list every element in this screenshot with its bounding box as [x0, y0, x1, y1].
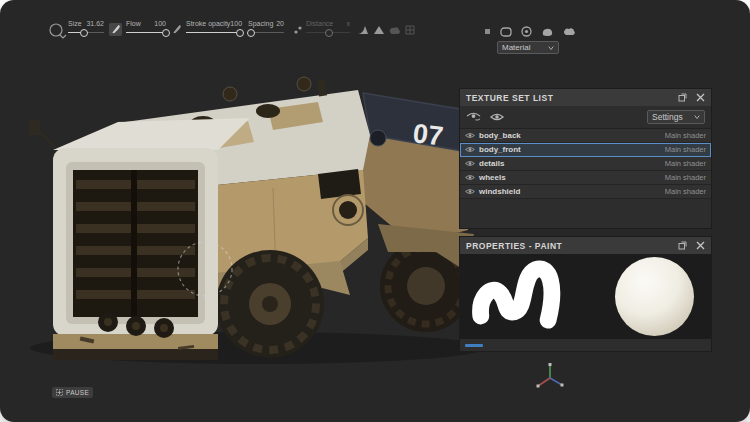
sphere-view-button[interactable]	[521, 26, 532, 37]
texture-set-settings-dropdown[interactable]: Settings	[647, 110, 705, 124]
exhaust-stack	[317, 80, 327, 97]
grid-button[interactable]	[403, 24, 417, 36]
x-axis	[538, 378, 550, 386]
texture-set-row-windshield[interactable]: windshield Main shader	[460, 185, 711, 199]
falloff-button[interactable]	[356, 24, 370, 36]
pen-pressure-icon	[112, 25, 120, 33]
eye-icon[interactable]	[469, 148, 472, 151]
texture-set-shader[interactable]: Main shader	[665, 159, 706, 168]
cloud-icon	[390, 27, 400, 34]
side-window	[318, 169, 361, 199]
chevron-down-icon	[549, 46, 554, 49]
flow-slider[interactable]: Flow100	[126, 20, 166, 38]
blob-icon	[543, 28, 552, 35]
size-pressure-button[interactable]	[109, 23, 122, 36]
material-mode-dropdown[interactable]: Material	[497, 41, 559, 54]
texture-set-name: details	[479, 159, 504, 168]
brush-stroke-preview[interactable]	[466, 255, 586, 337]
size-value: 31.62	[86, 20, 104, 28]
close-icon	[697, 242, 704, 249]
texture-set-row-body_back[interactable]: body_back Main shader	[460, 129, 711, 143]
pen-pressure-icon	[173, 25, 181, 33]
size-slider[interactable]: Size31.62	[68, 20, 104, 38]
distance-knob	[325, 29, 333, 37]
horizontal-scrollbar[interactable]	[465, 344, 483, 347]
undock-icon	[682, 94, 687, 99]
material-sphere-preview[interactable]	[615, 257, 694, 336]
grid-icon	[406, 26, 414, 34]
cloud-icon	[564, 28, 575, 35]
flow-label: Flow	[126, 20, 141, 28]
texture-set-name: windshield	[479, 187, 520, 196]
distance-value: x	[347, 20, 351, 28]
side-mirror	[29, 120, 40, 135]
pause-engine-icon	[58, 391, 62, 395]
texture-set-name: wheels	[479, 173, 506, 182]
roof-hatch	[256, 104, 280, 118]
texture-set-list-toolbar: Settings	[460, 106, 711, 128]
texture-set-shader[interactable]: Main shader	[665, 145, 706, 154]
material-mode-value: Material	[502, 43, 530, 52]
flow-pressure-button[interactable]	[170, 23, 183, 36]
size-knob[interactable]	[80, 29, 88, 37]
texture-set-shader[interactable]: Main shader	[665, 131, 706, 140]
stencil-button[interactable]	[388, 24, 402, 36]
viewport-3d-model[interactable]: 07	[18, 38, 523, 383]
eye-icon[interactable]	[469, 190, 472, 193]
brush-shape-selector[interactable]	[48, 22, 68, 40]
environment-button[interactable]	[563, 27, 576, 36]
texture-set-row-wheels[interactable]: wheels Main shader	[460, 171, 711, 185]
stroke-opacity-knob[interactable]	[236, 29, 244, 37]
brush-stroke-path	[481, 269, 552, 320]
close-button[interactable]	[696, 93, 705, 102]
paint-blob-button[interactable]	[541, 27, 554, 37]
viewport-mode-icons	[484, 26, 576, 37]
front-bumper	[53, 334, 218, 351]
brush-shape-icon	[50, 24, 62, 36]
size-track[interactable]	[68, 32, 104, 33]
spacing-slider[interactable]: Spacing20	[248, 20, 284, 38]
texture-set-row-body_front[interactable]: body_front Main shader	[460, 143, 711, 157]
texture-set-list-panel: TEXTURE SET LIST Settings body_back Main…	[459, 88, 712, 229]
visibility-all-button[interactable]	[466, 112, 481, 122]
texture-set-row-details[interactable]: details Main shader	[460, 157, 711, 171]
hood-light	[370, 130, 386, 146]
properties-title: PROPERTIES - PAINT	[466, 241, 678, 251]
stroke-opacity-slider[interactable]: Stroke opacity100	[186, 20, 242, 38]
height-button[interactable]	[372, 24, 386, 36]
undock-button[interactable]	[678, 241, 687, 250]
size-label: Size	[68, 20, 82, 28]
target-icon	[525, 30, 528, 33]
texture-set-shader[interactable]: Main shader	[665, 173, 706, 182]
spacing-knob[interactable]	[247, 29, 255, 37]
settings-label: Settings	[652, 112, 683, 122]
chevron-down-icon	[695, 116, 700, 119]
solo-visibility-button[interactable]	[490, 112, 504, 122]
scatter-dots-icon	[298, 26, 301, 29]
eye-icon	[495, 115, 499, 119]
scatter-button[interactable]	[291, 24, 305, 36]
flow-value: 100	[154, 20, 166, 28]
square-button[interactable]	[484, 28, 491, 35]
texture-set-name: body_back	[479, 131, 521, 140]
eye-icon[interactable]	[469, 162, 472, 165]
stroke-opacity-track[interactable]	[186, 32, 242, 33]
spacing-track[interactable]	[248, 32, 284, 33]
z-axis	[550, 378, 562, 385]
engine-pause-button[interactable]: PAUSE	[52, 387, 93, 398]
properties-footer	[460, 339, 711, 351]
close-button[interactable]	[696, 241, 705, 250]
pause-label: PAUSE	[66, 389, 89, 396]
eye-icon[interactable]	[469, 176, 472, 179]
undock-button[interactable]	[678, 93, 687, 102]
texture-set-list-header: TEXTURE SET LIST	[460, 89, 711, 106]
distance-slider: Distancex	[306, 20, 350, 38]
texture-set-shader[interactable]: Main shader	[665, 187, 706, 196]
eye-icon[interactable]	[469, 134, 472, 137]
projection-button[interactable]	[500, 27, 512, 37]
stroke-opacity-value: 100	[230, 20, 242, 28]
flow-knob[interactable]	[162, 29, 170, 37]
flow-track[interactable]	[126, 32, 166, 33]
orientation-gizmo[interactable]	[533, 362, 567, 394]
texture-set-rows: body_back Main shader body_front Main sh…	[460, 128, 711, 199]
